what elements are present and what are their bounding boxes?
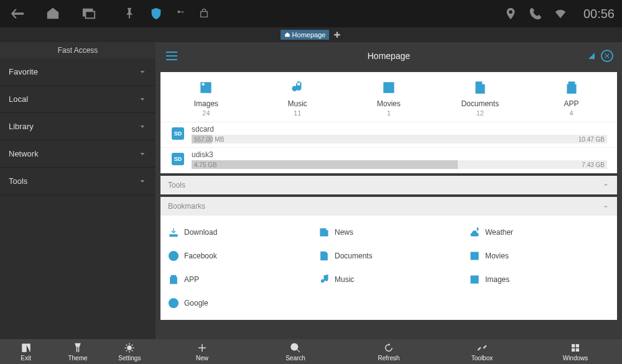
storage-udisk3[interactable]: SD udisk3 4.75 GB 7.43 GB — [160, 148, 617, 173]
bookmark-movies[interactable]: Movies — [464, 244, 615, 268]
bookmark-music[interactable]: Music — [313, 268, 464, 291]
sidebar-item-label: Tools — [9, 176, 27, 186]
key-icon — [175, 10, 187, 17]
bookmark-app[interactable]: APP — [163, 268, 313, 291]
category-music[interactable]: Music 11 — [252, 80, 343, 117]
movies-icon — [381, 80, 397, 96]
close-button[interactable] — [601, 50, 613, 62]
bottom-windows[interactable]: Windows — [529, 339, 622, 364]
category-panel: Images 24 Music 11 Movies 1 Documents 12… — [160, 72, 617, 173]
bottom-label: Toolbox — [471, 355, 493, 362]
google-icon — [168, 298, 179, 309]
category-label: Documents — [434, 99, 526, 108]
chevron-down-icon — [138, 150, 147, 158]
sidebar-item-local[interactable]: Local — [0, 86, 156, 113]
bookmark-documents[interactable]: Documents — [313, 244, 464, 268]
bottom-label: New — [196, 355, 208, 362]
bookmark-news[interactable]: News — [313, 221, 464, 244]
bottom-search[interactable]: Search — [249, 339, 342, 364]
news-icon — [318, 227, 330, 238]
documents-icon — [318, 250, 330, 262]
storage-bar: 557.00 MB 10.47 GB — [192, 135, 607, 143]
sidebar-item-favorite[interactable]: Favorite — [0, 58, 156, 86]
bookmark-label: Google — [184, 299, 208, 307]
facebook-icon — [168, 250, 179, 262]
tab-add-icon[interactable] — [333, 30, 341, 39]
bottom-theme[interactable]: Theme — [52, 339, 103, 364]
bookmark-weather[interactable]: Weather — [464, 221, 615, 244]
back-icon[interactable] — [7, 7, 26, 20]
bookmark-label: Facebook — [184, 252, 217, 260]
phone-icon — [529, 7, 542, 20]
app-icon — [168, 274, 179, 285]
app-icon — [564, 80, 580, 96]
documents-icon — [472, 80, 488, 96]
category-label: Music — [252, 99, 343, 108]
svg-rect-4 — [183, 12, 183, 14]
toolbox-icon — [476, 342, 488, 353]
weather-icon — [469, 227, 480, 238]
chevron-down-icon — [602, 181, 610, 189]
chevron-down-icon — [138, 68, 147, 76]
bookmark-label: Download — [184, 228, 217, 237]
bookmark-download[interactable]: Download — [163, 221, 313, 244]
resize-icon[interactable] — [588, 53, 595, 59]
category-count: 4 — [526, 109, 617, 117]
bookmark-label: Movies — [485, 252, 509, 260]
bookmark-images[interactable]: Images — [464, 268, 615, 291]
sidebar-header: Fast Access — [0, 42, 156, 58]
category-count: 11 — [252, 109, 343, 117]
storage-name: sdcard — [192, 125, 607, 134]
svg-point-2 — [178, 11, 180, 13]
location-icon — [504, 7, 518, 20]
bottom-exit[interactable]: Exit — [0, 339, 52, 364]
movies-icon — [469, 250, 480, 262]
bottom-new[interactable]: New — [156, 339, 249, 364]
bookmark-facebook[interactable]: Facebook — [163, 244, 313, 268]
home-icon[interactable] — [44, 7, 62, 20]
bookmark-google[interactable]: Google — [163, 291, 313, 315]
svg-rect-1 — [86, 11, 95, 18]
statusbar: 00:56 — [0, 0, 622, 27]
bookmark-label: Images — [485, 275, 509, 284]
refresh-icon — [383, 342, 394, 353]
storage-used: 557.00 MB — [194, 136, 224, 143]
sidebar-item-network[interactable]: Network — [0, 140, 156, 168]
category-movies[interactable]: Movies 1 — [343, 80, 435, 117]
bookmark-label: APP — [184, 275, 199, 284]
bookmark-label: Music — [335, 275, 354, 284]
sidebar-item-tools[interactable]: Tools — [0, 168, 156, 195]
svg-point-6 — [169, 299, 179, 308]
recent-icon[interactable] — [80, 7, 98, 20]
new-icon — [197, 342, 208, 353]
bottom-toolbox[interactable]: Toolbox — [435, 339, 529, 364]
category-app[interactable]: APP 4 — [526, 80, 617, 117]
bookmarks-header[interactable]: Bookmarks — [160, 197, 617, 216]
download-icon — [168, 227, 179, 238]
pin-icon — [123, 7, 137, 20]
menu-button[interactable] — [164, 48, 179, 63]
content: Homepage Images 24 Music 11 Movies 1 Doc… — [156, 42, 622, 339]
sidebar-item-label: Network — [9, 149, 39, 158]
storage-sdcard[interactable]: SD sdcard 557.00 MB 10.47 GB — [160, 122, 617, 148]
bottom-label: Windows — [563, 355, 588, 362]
category-count: 1 — [343, 109, 435, 117]
storage-used: 4.75 GB — [194, 162, 217, 168]
category-images[interactable]: Images 24 — [160, 80, 252, 117]
tab-homepage[interactable]: Homepage — [281, 30, 330, 40]
exit-icon — [21, 342, 32, 353]
tab-label: Homepage — [292, 31, 326, 39]
bottom-label: Settings — [118, 355, 141, 362]
category-documents[interactable]: Documents 12 — [434, 80, 526, 117]
bottom-label: Exit — [21, 355, 31, 362]
bottom-settings[interactable]: Settings — [104, 339, 156, 364]
sidebar-item-library[interactable]: Library — [0, 113, 156, 140]
category-label: APP — [526, 99, 617, 108]
category-label: Images — [160, 99, 252, 108]
bottom-refresh[interactable]: Refresh — [342, 339, 435, 364]
sidebar: Fast Access Favorite Local Library Netwo… — [0, 42, 156, 339]
tools-header[interactable]: Tools — [160, 176, 617, 194]
music-icon — [318, 274, 330, 285]
storage-total: 7.43 GB — [582, 162, 605, 168]
sidebar-item-label: Favorite — [9, 67, 38, 76]
